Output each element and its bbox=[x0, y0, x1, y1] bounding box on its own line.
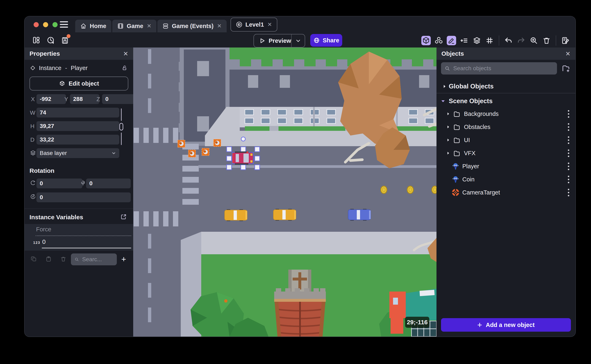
objects-search-input[interactable] bbox=[453, 65, 553, 72]
z-input[interactable]: 0 bbox=[102, 94, 134, 104]
move-pin-handle[interactable] bbox=[241, 137, 245, 141]
edit-mode-button[interactable] bbox=[447, 36, 456, 45]
add-folder-icon[interactable] bbox=[561, 64, 570, 73]
toggle-3d-view-button[interactable] bbox=[421, 36, 431, 45]
close-window-button[interactable] bbox=[33, 22, 39, 27]
folder-icon bbox=[453, 110, 460, 117]
minimize-window-button[interactable] bbox=[43, 22, 48, 27]
kebab-menu-icon[interactable] bbox=[568, 123, 569, 131]
object-row-player[interactable]: Player bbox=[437, 160, 575, 173]
scene-properties-button[interactable] bbox=[561, 36, 570, 45]
depth-input[interactable]: 33,22 bbox=[36, 135, 119, 144]
city-block-bottom[interactable] bbox=[181, 232, 437, 337]
folder-name: Backgrounds bbox=[464, 110, 498, 117]
h-label: H bbox=[30, 123, 34, 130]
open-in-new-icon[interactable] bbox=[120, 214, 127, 220]
grid-button[interactable] bbox=[485, 36, 494, 45]
save-button[interactable] bbox=[60, 35, 70, 45]
tab-level1[interactable]: Level1 ✕ bbox=[231, 18, 278, 32]
variables-search-input[interactable] bbox=[82, 256, 113, 263]
variable-value[interactable]: 0 bbox=[42, 238, 46, 245]
add-new-object-button[interactable]: + Add a new object bbox=[441, 318, 571, 332]
tab-bar: Home Game ✕ Game (Events) ✕ Level1 ✕ bbox=[25, 16, 575, 32]
history-button[interactable] bbox=[46, 35, 55, 45]
close-icon[interactable]: ✕ bbox=[123, 50, 128, 57]
x-input[interactable]: -992 bbox=[36, 94, 66, 104]
monkey-object-icon bbox=[452, 162, 459, 170]
tab-game-events[interactable]: Game (Events) ✕ bbox=[157, 20, 227, 32]
layers-button[interactable] bbox=[472, 36, 482, 45]
scene-editor-canvas[interactable]: 29;-116 bbox=[133, 47, 437, 337]
tab-game[interactable]: Game ✕ bbox=[112, 20, 156, 32]
home-icon bbox=[80, 23, 87, 29]
objects-3d-button[interactable] bbox=[434, 36, 444, 45]
close-icon[interactable]: ✕ bbox=[565, 50, 571, 57]
instances-list-button[interactable] bbox=[459, 36, 469, 45]
link-dimensions-icon[interactable] bbox=[117, 108, 126, 145]
unlock-icon[interactable] bbox=[122, 65, 127, 71]
kebab-menu-icon[interactable] bbox=[568, 189, 569, 196]
teal-building[interactable] bbox=[389, 289, 437, 337]
rotate-z-icon bbox=[30, 194, 36, 200]
folder-row-ui[interactable]: UI bbox=[437, 133, 575, 147]
object-name: Coin bbox=[462, 176, 475, 183]
variables-search-field[interactable] bbox=[71, 254, 117, 265]
global-objects-group[interactable]: Global Objects bbox=[437, 80, 575, 93]
main-menu-icon[interactable] bbox=[60, 21, 68, 28]
player-car[interactable] bbox=[232, 151, 253, 165]
delete-button[interactable] bbox=[542, 36, 551, 45]
search-icon bbox=[75, 257, 79, 262]
paste-icon[interactable] bbox=[46, 256, 52, 262]
rotation-z-input[interactable]: 0 bbox=[36, 192, 131, 202]
close-tab-icon[interactable]: ✕ bbox=[217, 23, 222, 29]
scene-objects-group[interactable]: Scene Objects bbox=[437, 95, 575, 108]
separator: - bbox=[65, 65, 67, 72]
rotation-x-input[interactable]: 0 bbox=[36, 179, 82, 188]
kebab-menu-icon[interactable] bbox=[568, 150, 569, 157]
kebab-menu-icon[interactable] bbox=[568, 176, 569, 183]
kebab-menu-icon[interactable] bbox=[568, 110, 569, 118]
preview-options-button[interactable] bbox=[291, 34, 305, 47]
objects-search-field[interactable] bbox=[441, 62, 557, 75]
undo-button[interactable] bbox=[504, 36, 513, 45]
layer-select[interactable]: Base layer bbox=[36, 148, 119, 158]
close-tab-icon[interactable]: ✕ bbox=[267, 21, 272, 28]
group-label: Global Objects bbox=[449, 83, 494, 90]
variable-row[interactable]: Force 123 0 bbox=[25, 224, 133, 251]
yellow-car[interactable] bbox=[225, 209, 247, 221]
rotation-y-input[interactable]: 0 bbox=[86, 179, 131, 188]
maximize-window-button[interactable] bbox=[53, 22, 58, 27]
trash-icon[interactable] bbox=[60, 256, 66, 262]
preview-button[interactable]: Preview bbox=[254, 34, 291, 47]
objects-panel: Objects ✕ Global Objects Scene Objects B… bbox=[437, 47, 575, 337]
y-input[interactable]: 288 bbox=[70, 94, 100, 104]
tab-home[interactable]: Home bbox=[75, 20, 111, 32]
zoom-in-button[interactable] bbox=[529, 36, 538, 45]
height-input[interactable]: 39,27 bbox=[36, 121, 119, 131]
divider bbox=[437, 93, 575, 93]
folder-row-vfx[interactable]: VFX bbox=[437, 147, 575, 160]
share-label: Share bbox=[323, 37, 339, 44]
edit-object-button[interactable]: Edit object bbox=[29, 77, 128, 91]
share-button[interactable]: Share bbox=[310, 34, 342, 47]
object-row-coin[interactable]: Coin bbox=[437, 173, 575, 186]
preview-label: Preview bbox=[269, 38, 291, 44]
width-input[interactable]: 74 bbox=[36, 108, 119, 117]
kebab-menu-icon[interactable] bbox=[568, 136, 569, 144]
blue-car[interactable] bbox=[348, 209, 371, 221]
object-row-cameratarget[interactable]: CameraTarget bbox=[437, 186, 575, 199]
redo-button[interactable] bbox=[516, 36, 526, 45]
tab-label: Home bbox=[90, 23, 106, 29]
close-tab-icon[interactable]: ✕ bbox=[147, 23, 152, 29]
folder-row-backgrounds[interactable]: Backgrounds bbox=[437, 107, 575, 120]
yellow-car[interactable] bbox=[273, 209, 296, 221]
folder-row-obstacles[interactable]: Obstacles bbox=[437, 120, 575, 133]
play-icon bbox=[259, 38, 265, 44]
tab-label: Game (Events) bbox=[172, 23, 213, 29]
copy-icon[interactable] bbox=[31, 256, 37, 262]
kebab-menu-icon[interactable] bbox=[568, 162, 569, 170]
panels-layout-button[interactable] bbox=[32, 35, 41, 45]
variable-name[interactable]: Force bbox=[36, 226, 51, 233]
toolbar-divider bbox=[499, 35, 499, 46]
monkey-object-icon bbox=[452, 176, 459, 183]
